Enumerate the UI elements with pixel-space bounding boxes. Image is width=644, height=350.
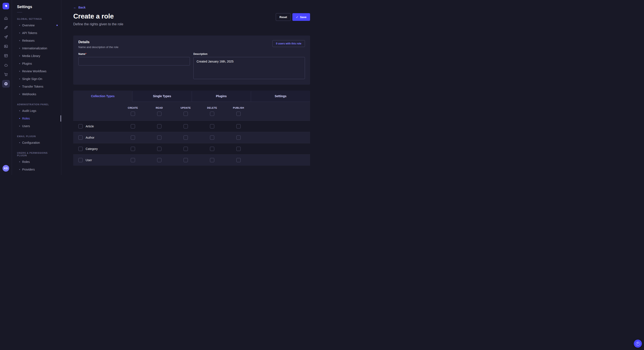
- permission-checkbox[interactable]: [210, 124, 214, 128]
- sidebar-item-users[interactable]: Users: [12, 122, 61, 130]
- row-select-checkbox[interactable]: [78, 158, 83, 162]
- users-with-role-label: 0 users with this role: [276, 42, 301, 45]
- permission-checkbox[interactable]: [131, 124, 135, 128]
- header-actions: Reset ✓ Save: [276, 13, 310, 21]
- permission-checkbox[interactable]: [210, 136, 214, 140]
- tab-settings[interactable]: Settings: [251, 91, 310, 102]
- settings-sidebar: Settings GLOBAL SETTINGS Overview API To…: [12, 0, 61, 175]
- column-label: DELETE: [207, 107, 217, 109]
- permission-checkbox[interactable]: [131, 136, 135, 140]
- sidebar-item-releases[interactable]: Releases: [12, 37, 61, 44]
- select-all-column-checkbox[interactable]: [236, 112, 241, 116]
- select-all-column-checkbox[interactable]: [210, 112, 214, 116]
- sidebar-item-single-sign-on[interactable]: Single Sign-On: [12, 75, 61, 83]
- strapi-logo-icon: [4, 4, 8, 8]
- gear-icon[interactable]: [2, 80, 10, 88]
- home-icon[interactable]: [2, 14, 10, 22]
- permission-checkbox[interactable]: [236, 158, 241, 162]
- description-textarea[interactable]: Created January 16th, 2025: [193, 57, 305, 79]
- sidebar-item-media-library[interactable]: Media Library: [12, 52, 61, 60]
- sidebar-item-configuration[interactable]: Configuration: [12, 139, 61, 147]
- save-button-label: Save: [300, 15, 306, 19]
- name-input[interactable]: [78, 57, 190, 65]
- sidebar-item-overview[interactable]: Overview: [12, 21, 61, 29]
- sidebar-item-providers[interactable]: Providers: [12, 166, 61, 173]
- permission-checkbox[interactable]: [157, 147, 162, 151]
- reset-button-label: Reset: [280, 15, 287, 19]
- row-label: Article: [86, 125, 94, 128]
- avatar[interactable]: KD: [2, 165, 9, 172]
- permission-checkbox[interactable]: [157, 136, 162, 140]
- column-create: CREATE: [120, 107, 146, 116]
- sidebar-item-label: Audit Logs: [22, 109, 36, 113]
- bullet-icon: [19, 118, 20, 119]
- permission-checkbox[interactable]: [184, 147, 188, 151]
- row-select-checkbox[interactable]: [78, 147, 83, 151]
- section-email-plugin: EMAIL PLUGIN Configuration: [12, 135, 61, 147]
- cloud-icon[interactable]: [2, 61, 10, 69]
- back-arrow-icon: ←: [73, 6, 77, 9]
- row-select-checkbox[interactable]: [78, 136, 83, 140]
- name-field-group: Name*: [78, 52, 190, 79]
- permission-checkbox[interactable]: [157, 158, 162, 162]
- back-link[interactable]: ← Back: [73, 6, 86, 9]
- sidebar-item-transfer-tokens[interactable]: Transfer Tokens: [12, 83, 61, 90]
- main-nav-rail: KD: [0, 0, 12, 175]
- strapi-logo[interactable]: [2, 3, 9, 9]
- table-row-article: Article: [73, 121, 310, 132]
- permission-checkbox[interactable]: [184, 158, 188, 162]
- permission-checkbox[interactable]: [210, 147, 214, 151]
- permission-checkbox[interactable]: [157, 124, 162, 128]
- media-library-icon[interactable]: [2, 42, 10, 50]
- sidebar-item-roles-up[interactable]: Roles: [12, 158, 61, 166]
- check-icon: ✓: [296, 15, 298, 19]
- permission-checkbox[interactable]: [131, 147, 135, 151]
- reset-button[interactable]: Reset: [276, 13, 290, 21]
- layout-icon[interactable]: [2, 52, 10, 59]
- permissions-card: Collection Types Single Types Plugins Se…: [73, 91, 310, 166]
- bullet-icon: [19, 55, 20, 56]
- row-label: Author: [86, 136, 94, 139]
- save-button[interactable]: ✓ Save: [292, 13, 310, 21]
- sidebar-item-label: Roles: [22, 160, 30, 164]
- bullet-icon: [19, 94, 20, 95]
- bullet-icon: [19, 32, 20, 33]
- permission-checkbox[interactable]: [131, 158, 135, 162]
- sidebar-item-label: Single Sign-On: [22, 77, 42, 81]
- sidebar-title-divider: [17, 12, 22, 12]
- tab-collection-types[interactable]: Collection Types: [73, 91, 132, 102]
- permission-checkbox[interactable]: [184, 136, 188, 140]
- sidebar-item-label: Roles: [22, 117, 30, 120]
- column-label: READ: [156, 107, 163, 109]
- bullet-icon: [19, 25, 20, 26]
- row-label: Category: [86, 147, 98, 151]
- row-select-checkbox[interactable]: [78, 124, 83, 128]
- select-all-column-checkbox[interactable]: [184, 112, 188, 116]
- sidebar-item-api-tokens[interactable]: API Tokens: [12, 29, 61, 37]
- permission-checkbox[interactable]: [236, 136, 241, 140]
- permission-checkbox[interactable]: [184, 124, 188, 128]
- select-all-column-checkbox[interactable]: [157, 112, 162, 116]
- notification-dot-icon: [56, 25, 58, 26]
- tab-plugins[interactable]: Plugins: [192, 91, 251, 102]
- active-item-indicator: [60, 115, 61, 122]
- permission-checkbox[interactable]: [210, 158, 214, 162]
- cart-icon[interactable]: [2, 71, 10, 78]
- sidebar-item-internationalization[interactable]: Internationalization: [12, 44, 61, 52]
- sidebar-item-plugins[interactable]: Plugins: [12, 60, 61, 67]
- permissions-tabs: Collection Types Single Types Plugins Se…: [73, 91, 310, 102]
- users-with-role-button[interactable]: 0 users with this role: [272, 40, 305, 47]
- sidebar-item-roles-admin[interactable]: Roles: [12, 115, 61, 122]
- sidebar-item-review-workflows[interactable]: Review Workflows: [12, 67, 61, 75]
- permission-checkbox[interactable]: [236, 147, 241, 151]
- select-all-column-checkbox[interactable]: [131, 112, 135, 116]
- feather-pen-icon[interactable]: [2, 24, 10, 31]
- paper-plane-icon[interactable]: [2, 33, 10, 41]
- table-row-category: Category: [73, 143, 310, 154]
- permission-checkbox[interactable]: [236, 124, 241, 128]
- sidebar-item-audit-logs[interactable]: Audit Logs: [12, 107, 61, 115]
- details-card-header: Details Name and description of the role…: [78, 40, 305, 49]
- sidebar-item-webhooks[interactable]: Webhooks: [12, 90, 61, 98]
- tab-single-types[interactable]: Single Types: [132, 91, 192, 102]
- bullet-icon: [19, 78, 20, 79]
